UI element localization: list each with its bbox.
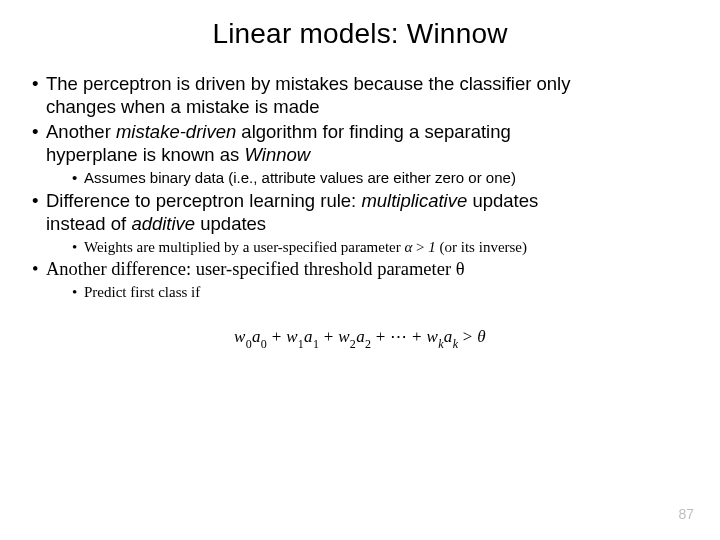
bullet-emph: multiplicative (361, 190, 467, 211)
formula-sub: 2 (350, 337, 356, 351)
bullet-text: hyperplane is known as (46, 144, 244, 165)
formula-var: a (304, 327, 313, 346)
sub-bullet-text: (or its inverse) (436, 239, 527, 255)
sub-bullet-item: Predict first class if (72, 283, 692, 302)
formula-var: a (356, 327, 365, 346)
formula-sub: 0 (246, 337, 252, 351)
formula-sub: 0 (261, 337, 267, 351)
sub-bullet-text: 1 (428, 239, 436, 255)
greek-theta: θ (477, 327, 486, 346)
formula-var: w (338, 327, 350, 346)
page-number: 87 (678, 506, 694, 522)
formula-sub: 1 (313, 337, 319, 351)
formula-sub: k (453, 337, 459, 351)
formula-sub: 1 (298, 337, 304, 351)
sub-bullet-list: Predict first class if (46, 283, 692, 302)
sub-bullet-text: Predict first class if (84, 284, 200, 300)
bullet-emph: additive (131, 213, 195, 234)
formula-op: + (267, 327, 286, 346)
sub-bullet-text: Weights are multiplied by a user-specifi… (84, 239, 404, 255)
bullet-text: Another (46, 121, 116, 142)
bullet-item: Another difference: user-specified thres… (32, 258, 692, 302)
bullet-emph: mistake-driven (116, 121, 236, 142)
formula-op: > (458, 327, 477, 346)
bullet-text: algorithm for finding a separating (236, 121, 511, 142)
bullet-text: changes when a mistake is made (46, 96, 320, 117)
formula-op: + ⋯ + (371, 327, 426, 346)
sub-bullet-item: Weights are multiplied by a user-specifi… (72, 238, 692, 257)
sub-bullet-text: Assumes binary data (i.e., attribute val… (84, 169, 516, 186)
formula-var: w (234, 327, 246, 346)
formula-var: w (427, 327, 439, 346)
bullet-item: The perceptron is driven by mistakes bec… (32, 72, 692, 118)
formula-var: a (252, 327, 261, 346)
sub-bullet-item: Assumes binary data (i.e., attribute val… (72, 169, 692, 188)
formula: w0a0 + w1a1 + w2a2 + ⋯ + wkak > θ (28, 326, 692, 350)
bullet-text: The perceptron is driven by mistakes bec… (46, 73, 570, 94)
bullet-list: The perceptron is driven by mistakes bec… (28, 72, 692, 302)
bullet-item: Difference to perceptron learning rule: … (32, 189, 692, 256)
formula-sub: 2 (365, 337, 371, 351)
bullet-text: updates (467, 190, 538, 211)
greek-theta: θ (456, 259, 465, 279)
bullet-emph: Winnow (244, 144, 310, 165)
bullet-text: Difference to perceptron learning rule: (46, 190, 361, 211)
sub-bullet-list: Assumes binary data (i.e., attribute val… (46, 169, 692, 188)
bullet-text: updates (195, 213, 266, 234)
formula-op: + (319, 327, 338, 346)
formula-var: w (286, 327, 298, 346)
bullet-item: Another mistake-driven algorithm for fin… (32, 120, 692, 187)
sub-bullet-text: > (412, 239, 428, 255)
bullet-text: Another difference: user-specified thres… (46, 259, 456, 279)
slide-title: Linear models: Winnow (28, 18, 692, 50)
formula-var: a (444, 327, 453, 346)
sub-bullet-list: Weights are multiplied by a user-specifi… (46, 238, 692, 257)
formula-sub: k (438, 337, 444, 351)
bullet-text: instead of (46, 213, 131, 234)
